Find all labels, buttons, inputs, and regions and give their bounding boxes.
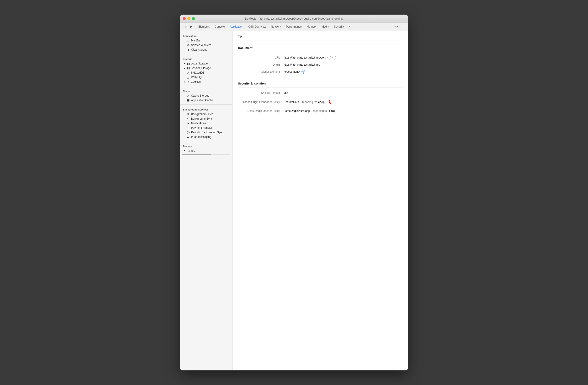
- minimize-button[interactable]: [188, 17, 190, 20]
- tab-css-overview[interactable]: CSS Overview: [246, 24, 268, 30]
- sidebar-item-application-cache[interactable]: ▮▮ Application Cache: [181, 98, 231, 103]
- sidebar-item-cookies-label: Cookies: [191, 80, 201, 83]
- url-value: https://first-party-test.glitch.me/co...…: [284, 56, 336, 60]
- sidebar-item-indexeddb-label: IndexedDB: [191, 71, 205, 74]
- traffic-lights: [183, 17, 195, 20]
- window-title: DevTools - first-party-test.glitch.me/co…: [245, 17, 343, 20]
- tab-performance[interactable]: Performance: [284, 24, 304, 30]
- sidebar-section-cache: Cache: [180, 88, 232, 93]
- sidebar-item-service-workers-label: Service Workers: [191, 43, 211, 47]
- sidebar-scrollbar-thumb: [182, 154, 211, 155]
- sidebar-item-service-workers[interactable]: ⚙ Service Workers: [181, 43, 231, 47]
- sidebar-divider-3: [180, 104, 232, 105]
- web-sql-icon: △: [187, 76, 190, 79]
- owner-element-row: Owner Element <#document> ⓘ: [238, 68, 402, 75]
- background-fetch-icon: ⇅: [187, 112, 190, 116]
- origin-text: https://first-party-test.glitch.me: [284, 63, 320, 66]
- sidebar-item-periodic-bg-sync[interactable]: ◯ Periodic Background Syn: [181, 130, 231, 135]
- sidebar-item-local-storage[interactable]: ▶ ▮▮ Local Storage: [181, 61, 231, 66]
- coep-value: RequireCorp reporting to: coep ↲: [284, 98, 333, 106]
- sidebar-item-web-sql-label: Web SQL: [191, 76, 203, 79]
- manifest-icon: □: [187, 39, 190, 42]
- sidebar-item-application-cache-label: Application Cache: [191, 99, 213, 102]
- service-workers-icon: ⚙: [187, 43, 190, 47]
- inspect-icon[interactable]: □: [182, 24, 188, 30]
- sidebar-item-background-fetch[interactable]: ⇅ Background Fetch: [181, 112, 231, 116]
- tab-application[interactable]: Application: [228, 24, 246, 30]
- sidebar-scrollbar[interactable]: [182, 154, 231, 155]
- sidebar-item-cookies[interactable]: ▶ ○ Cookies: [181, 80, 231, 84]
- main-layout: Application □ Manifest ⚙ Service Workers…: [180, 31, 408, 370]
- sidebar-item-payment-handler-label: Payment Handler: [191, 126, 212, 129]
- sidebar-item-background-sync-label: Background Sync: [191, 117, 212, 120]
- clear-storage-icon: ▮: [187, 48, 190, 51]
- expand-cookies-icon: ▶: [184, 81, 185, 83]
- sidebar-item-periodic-bg-sync-label: Periodic Background Syn: [191, 131, 222, 134]
- red-arrow-annotation: ↲: [327, 98, 334, 107]
- frame-icon: □: [187, 149, 190, 152]
- expand-frames-icon: ▼: [184, 150, 186, 152]
- maximize-button[interactable]: [192, 17, 195, 20]
- expand-session-storage-icon: ▶: [184, 67, 185, 69]
- url-copy-icon[interactable]: ↻: [327, 56, 331, 60]
- toolbar-icons: □ ◤: [182, 24, 194, 30]
- origin-label: Origin: [238, 63, 284, 66]
- background-sync-icon: ↻: [187, 117, 190, 120]
- coep-reporting-text: reporting to:: [302, 101, 317, 104]
- url-row: URL https://first-party-test.glitch.me/c…: [238, 54, 402, 61]
- sidebar-item-cache-storage-label: Cache Storage: [191, 94, 209, 97]
- owner-element-link[interactable]: <#document>: [284, 70, 300, 73]
- devtools-window: DevTools - first-party-test.glitch.me/co…: [180, 15, 408, 370]
- sidebar-item-local-storage-label: Local Storage: [191, 62, 208, 65]
- device-icon[interactable]: ◤: [188, 24, 194, 30]
- sidebar-item-push-messaging[interactable]: ☁ Push Messaging: [181, 135, 231, 139]
- tab-memory[interactable]: Memory: [304, 24, 319, 30]
- indexeddb-icon: △: [187, 71, 190, 74]
- sidebar-item-push-messaging-label: Push Messaging: [191, 135, 211, 139]
- coep-row: Cross-Origin Embedder Policy RequireCorp…: [238, 96, 402, 107]
- sidebar-item-manifest-label: Manifest: [191, 39, 201, 42]
- sidebar-item-payment-handler[interactable]: ◻ Payment Handler: [181, 126, 231, 130]
- secure-context-row: Secure Context Yes: [238, 89, 402, 96]
- secure-context-value: Yes: [284, 91, 288, 95]
- tab-security[interactable]: Security: [332, 24, 346, 30]
- sidebar-item-notifications[interactable]: ● Notifications: [181, 121, 231, 126]
- owner-element-info-icon[interactable]: ⓘ: [301, 70, 305, 74]
- sidebar-item-frames-top-label: top: [191, 149, 195, 152]
- sidebar-item-indexeddb[interactable]: △ IndexedDB: [181, 70, 231, 75]
- sidebar-item-background-sync[interactable]: ↻ Background Sync: [181, 116, 231, 121]
- sidebar-item-cache-storage[interactable]: △ Cache Storage: [181, 93, 231, 98]
- tab-elements[interactable]: Elements: [196, 24, 212, 30]
- close-button[interactable]: [183, 17, 186, 20]
- sidebar-item-session-storage-label: Session Storage: [191, 66, 211, 70]
- more-icon[interactable]: ⋮: [400, 24, 406, 30]
- coop-row: Cross-Origin Opener Policy SameOriginPlu…: [238, 107, 402, 114]
- url-navigate-icon[interactable]: ↑: [333, 56, 336, 60]
- coep-value-text: RequireCorp: [284, 101, 299, 104]
- sidebar-section-background: Background Services: [180, 107, 232, 112]
- secure-context-text: Yes: [284, 91, 288, 95]
- tab-console[interactable]: Console: [212, 24, 227, 30]
- sidebar-item-frames-top[interactable]: ▼ □ top: [181, 149, 231, 153]
- tab-network[interactable]: Network: [269, 24, 283, 30]
- owner-element-label: Owner Element: [238, 70, 284, 73]
- tab-media[interactable]: Media: [319, 24, 331, 30]
- titlebar: DevTools - first-party-test.glitch.me/co…: [180, 15, 408, 23]
- sidebar-item-background-fetch-label: Background Fetch: [191, 112, 213, 116]
- settings-icon[interactable]: ⚙: [394, 24, 399, 30]
- security-section-header: Security & Isolation: [238, 79, 402, 88]
- cookies-icon: ○: [187, 80, 190, 83]
- sidebar-item-clear-storage[interactable]: ▮ Clear storage: [181, 47, 231, 52]
- sidebar-section-storage: Storage: [180, 56, 232, 61]
- toolbar-right: ⚙ ⋮: [394, 24, 406, 30]
- toolbar: □ ◤ Elements Console Application CSS Ove…: [180, 23, 408, 31]
- sidebar-item-manifest[interactable]: □ Manifest: [181, 38, 231, 43]
- local-storage-icon: ▮▮: [187, 62, 190, 65]
- owner-element-value: <#document> ⓘ: [284, 70, 305, 74]
- sidebar-item-web-sql[interactable]: △ Web SQL: [181, 75, 231, 80]
- content-panel: top Document URL https://first-party-tes…: [232, 31, 408, 370]
- tab-more[interactable]: »: [347, 24, 353, 30]
- push-messaging-icon: ☁: [187, 135, 190, 139]
- content-top-label: top: [238, 35, 402, 41]
- sidebar-item-session-storage[interactable]: ▶ ▮▮ Session Storage: [181, 66, 231, 70]
